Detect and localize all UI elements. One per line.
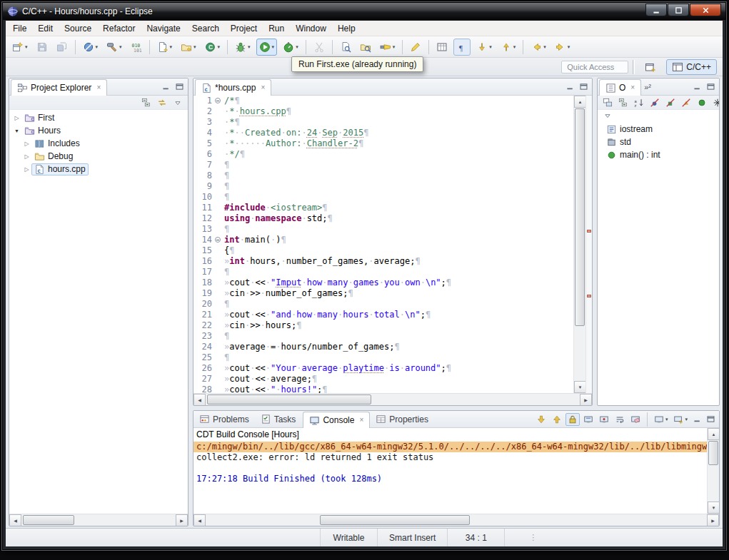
menu-run[interactable]: Run	[263, 21, 290, 36]
close-view-icon[interactable]: ×	[359, 417, 363, 424]
title-bar[interactable]: C/C++ - Hours/hours.cpp - Eclipse	[3, 3, 725, 20]
link-editor-button[interactable]	[155, 96, 169, 109]
scroll-right-button[interactable]: ▶	[707, 514, 719, 526]
fold-collapse-icon[interactable]	[215, 237, 221, 243]
minimize-view-button[interactable]	[159, 81, 172, 93]
menu-help[interactable]: Help	[332, 21, 361, 36]
scroll-left-button[interactable]: ◀	[9, 514, 21, 526]
dropdown-arrow-icon[interactable]: ▾	[272, 44, 275, 50]
filters-button[interactable]	[710, 96, 720, 109]
close-editor-icon[interactable]: ×	[261, 84, 265, 91]
next-annotation-button[interactable]: ▾	[473, 39, 495, 56]
scroll-down-button[interactable]: ▼	[708, 502, 720, 514]
code-line-28[interactable]: 28»cout·<<·"·hours!";¶	[198, 385, 573, 393]
editor-overview-ruler[interactable]	[585, 96, 592, 393]
view-menu-button[interactable]	[171, 96, 185, 109]
annotation-mark[interactable]	[587, 295, 591, 297]
green-circle-button[interactable]	[695, 96, 709, 109]
minimize-window-button[interactable]	[645, 4, 667, 16]
display-console-button[interactable]: ▾	[652, 413, 670, 426]
close-window-button[interactable]	[690, 4, 721, 16]
code-line-19[interactable]: 19»cin·>>·number_of_games;¶	[198, 288, 573, 299]
editor-vscrollbar[interactable]: ▲ ▼	[573, 96, 585, 393]
code-line-20[interactable]: 20¶	[198, 299, 573, 310]
dropdown-arrow-icon[interactable]: ▾	[296, 44, 298, 50]
nav-up-button[interactable]	[550, 413, 564, 426]
view-menu-button[interactable]	[600, 109, 615, 122]
code-area[interactable]: 1/*¶2·*·hours.cpp¶3·*¶4·*··Created·on:·2…	[198, 96, 573, 393]
annotation-mark[interactable]	[587, 230, 591, 233]
code-line-7[interactable]: 7¶	[198, 160, 573, 170]
collapse-all-button[interactable]	[139, 96, 154, 109]
new-folder-button[interactable]: ▾	[178, 39, 199, 56]
open-resource-button[interactable]	[357, 39, 374, 56]
toggle-mark-occurrences-button[interactable]	[433, 39, 451, 56]
dropdown-arrow-icon[interactable]: ▾	[543, 44, 546, 50]
prev-annotation-button[interactable]: ▾	[498, 39, 519, 56]
quick-access-input[interactable]: Quick Access	[561, 61, 628, 73]
dropdown-arrow-icon[interactable]: ▾	[665, 417, 668, 422]
scroll-down-button[interactable]: ▼	[574, 381, 586, 393]
code-line-23[interactable]: 23¶	[198, 331, 573, 342]
outline-item-std[interactable]: std	[598, 136, 719, 148]
maximize-view-button[interactable]	[704, 81, 717, 93]
code-line-17[interactable]: 17¶	[198, 267, 573, 278]
scroll-right-button[interactable]: ▶	[580, 394, 592, 406]
code-line-3[interactable]: 3·*¶	[198, 117, 573, 128]
expand-arrow-icon[interactable]: ▷	[22, 166, 31, 173]
build-binary-button[interactable]: 010101	[128, 39, 145, 56]
close-view-icon[interactable]: ×	[96, 84, 101, 91]
dropdown-arrow-icon[interactable]: ▾	[513, 44, 516, 50]
menu-project[interactable]: Project	[225, 21, 263, 36]
code-line-14[interactable]: 14int·main(·)¶	[198, 235, 573, 245]
open-element-button[interactable]	[337, 39, 354, 56]
expand-arrow-icon[interactable]: ▷	[12, 115, 21, 121]
new-source-file-button[interactable]: ▾	[154, 39, 176, 56]
code-line-2[interactable]: 2·*·hours.cpp¶	[198, 106, 573, 117]
scroll-lock-button[interactable]	[565, 413, 580, 426]
debug-button[interactable]: ▾	[232, 39, 253, 56]
console-body[interactable]: CDT Build Console [Hours] c:/mingw/bin/.…	[193, 428, 707, 514]
hide-fields-button[interactable]	[648, 96, 662, 109]
project-explorer-hscrollbar[interactable]: ◀ ▶	[9, 514, 188, 526]
code-line-15[interactable]: 15{¶	[198, 245, 573, 256]
menu-navigate[interactable]: Navigate	[141, 21, 186, 36]
scroll-right-button[interactable]: ▶	[176, 514, 188, 526]
fold-column[interactable]	[213, 235, 223, 245]
save-all-button[interactable]	[54, 39, 71, 56]
new-wizard-button[interactable]: ▾	[9, 39, 31, 56]
scroll-left-button[interactable]: ◀	[193, 514, 206, 526]
run-button[interactable]: ▾	[256, 39, 278, 56]
minimize-view-button[interactable]	[690, 81, 703, 93]
perspective-cpp-button[interactable]: C/C++	[666, 59, 717, 75]
maximize-view-button[interactable]	[577, 81, 590, 93]
code-line-16[interactable]: 16»int·hours,·number_of_games,·average;¶	[198, 256, 573, 267]
forward-button[interactable]: ▾	[552, 39, 573, 56]
clear-console-button[interactable]	[628, 413, 643, 426]
scroll-thumb[interactable]	[320, 515, 470, 525]
tab-tasks[interactable]: Tasks	[255, 411, 302, 427]
dropdown-arrow-icon[interactable]: ▾	[218, 44, 221, 50]
open-console-button[interactable]: ▾	[671, 413, 690, 426]
code-line-9[interactable]: 9¶	[198, 181, 573, 192]
console-vscrollbar[interactable]: ▲ ▼	[707, 428, 719, 514]
skip-breakpoints-button[interactable]: ▾	[80, 39, 101, 56]
scroll-thumb[interactable]	[23, 515, 74, 525]
tab-hours-cpp[interactable]: c *hours.cpp ×	[195, 79, 271, 96]
menu-window[interactable]: Window	[290, 21, 332, 36]
tab-outline[interactable]: O ×	[599, 79, 641, 96]
close-view-icon[interactable]: ×	[630, 84, 635, 91]
dropdown-arrow-icon[interactable]: ▾	[685, 417, 688, 422]
wrap-lines-button[interactable]	[613, 413, 627, 426]
tab-properties[interactable]: Properties	[370, 411, 434, 427]
scroll-left-button[interactable]: ◀	[193, 394, 206, 406]
menu-file[interactable]: File	[7, 21, 32, 36]
scroll-thumb[interactable]	[207, 394, 371, 404]
tree-item-hours-cpp[interactable]: ▷chours.cpp	[9, 163, 188, 175]
show-stderr-button[interactable]	[597, 413, 611, 426]
fold-column[interactable]	[213, 96, 223, 106]
minimize-view-button[interactable]	[690, 413, 703, 426]
dropdown-arrow-icon[interactable]: ▾	[170, 44, 173, 50]
menu-source[interactable]: Source	[59, 21, 97, 36]
expand-arrow-icon[interactable]: ▷	[22, 153, 31, 160]
